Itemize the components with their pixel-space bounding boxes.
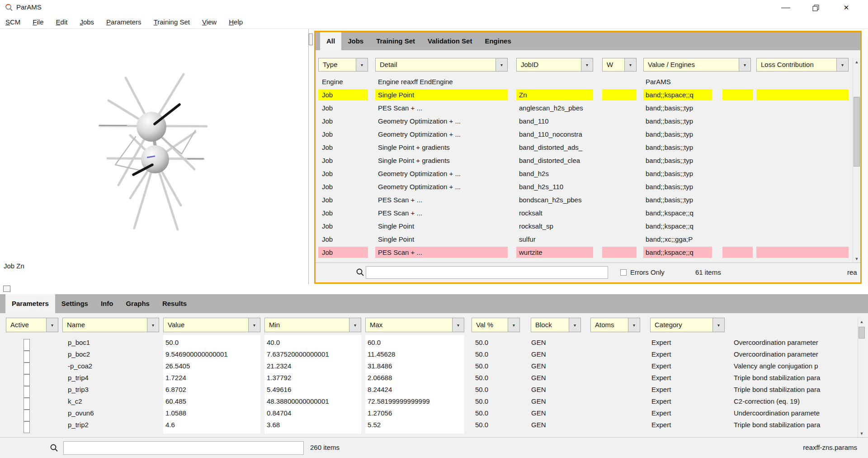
chevron-down-icon[interactable] — [713, 318, 725, 332]
chevron-down-icon[interactable] — [625, 58, 637, 72]
param-value-cell[interactable]: 60.485 — [165, 396, 256, 407]
param-min-cell[interactable]: 48.38800000000001 — [267, 396, 357, 407]
column-header-category-label[interactable]: Category — [650, 318, 713, 332]
params-table-row[interactable]: k_c2 60.485 48.38800000000001 72.5819999… — [0, 396, 868, 407]
active-checkbox[interactable] — [24, 421, 30, 433]
chevron-down-icon[interactable] — [47, 318, 58, 332]
scroll-down-icon[interactable] — [858, 429, 865, 437]
jobs-table-row[interactable]: Job Geometry Optimization + ... band_h2s… — [316, 167, 860, 180]
column-header-atoms-label[interactable]: Atoms — [590, 318, 628, 332]
tab-parameters[interactable]: Parameters — [5, 294, 55, 313]
params-table-row[interactable]: p_boc1 50.0 40.0 60.0 50.0 GEN Expert Ov… — [0, 337, 868, 348]
jobs-table-row[interactable]: Job PES Scan + ... bondscan_h2s_pbes ban… — [316, 193, 860, 206]
jobs-table-row[interactable]: Engine Engine reaxff EndEngine ParAMS — [316, 75, 860, 88]
vertical-splitter-handle[interactable] — [309, 33, 313, 45]
horizontal-splitter-handle[interactable] — [3, 286, 10, 292]
column-header-detail-label[interactable]: Detail — [375, 58, 496, 72]
scroll-down-icon[interactable] — [853, 255, 860, 262]
chevron-down-icon[interactable] — [628, 318, 640, 332]
chevron-down-icon[interactable] — [453, 318, 464, 332]
menu-jobs[interactable]: Jobs — [80, 18, 94, 26]
menu-help[interactable]: Help — [229, 18, 243, 26]
column-header-jobid-label[interactable]: JobID — [516, 58, 581, 72]
param-min-cell[interactable]: 21.2324 — [267, 360, 357, 372]
param-max-cell[interactable]: 11.45628 — [368, 348, 460, 360]
chevron-down-icon[interactable] — [569, 318, 581, 332]
chevron-down-icon[interactable] — [508, 318, 520, 332]
jobs-table-row[interactable]: Job PES Scan + ... wurtzite band;;kspace… — [316, 246, 860, 259]
column-header-value-engines-label[interactable]: Value / Engines — [643, 58, 739, 72]
menu-parameters[interactable]: Parameters — [106, 18, 142, 26]
chevron-down-icon[interactable] — [496, 58, 508, 72]
restore-button[interactable] — [801, 0, 830, 15]
scroll-up-icon[interactable] — [853, 58, 860, 66]
column-header-type-label[interactable]: Type — [318, 58, 356, 72]
param-min-cell[interactable]: 0.84704 — [267, 407, 357, 419]
param-min-cell[interactable]: 40.0 — [267, 337, 357, 348]
param-value-cell[interactable]: 1.7224 — [165, 372, 256, 384]
param-min-cell[interactable]: 7.637520000000001 — [267, 348, 357, 360]
params-table-row[interactable]: p_trip4 1.7224 1.37792 2.06688 50.0 GEN … — [0, 372, 868, 384]
column-header-loss-label[interactable]: Loss Contribution — [756, 58, 837, 72]
params-search-input[interactable] — [63, 441, 304, 455]
params-scrollbar[interactable] — [858, 318, 865, 437]
tab-validation-set[interactable]: Validation Set — [421, 32, 478, 50]
params-table-row[interactable]: p_trip2 4.6 3.68 5.52 50.0 GEN Expert Tr… — [0, 419, 868, 431]
jobs-table-row[interactable]: Job Single Point Zn band;;kspace;;q — [316, 88, 860, 101]
column-header-min-label[interactable]: Min — [264, 318, 349, 332]
param-max-cell[interactable]: 1.27056 — [368, 407, 460, 419]
close-button[interactable] — [832, 0, 861, 15]
menu-view[interactable]: View — [202, 18, 217, 26]
jobs-table-row[interactable]: Job PES Scan + ... rocksalt band;;kspace… — [316, 206, 860, 219]
chevron-down-icon[interactable] — [581, 58, 593, 72]
param-value-cell[interactable]: 9.546900000000001 — [165, 348, 256, 360]
params-table-row[interactable]: p_boc2 9.546900000000001 7.6375200000000… — [0, 348, 868, 360]
jobs-table-row[interactable]: Job Single Point + gradients band_distor… — [316, 154, 860, 167]
params-table-row[interactable]: p_trip3 6.8702 5.49616 8.24424 50.0 GEN … — [0, 384, 868, 396]
jobs-table-row[interactable]: Job Geometry Optimization + ... band_110… — [316, 114, 860, 128]
param-value-cell[interactable]: 26.5405 — [165, 360, 256, 372]
param-value-cell[interactable]: 4.6 — [165, 419, 256, 431]
jobs-table-row[interactable]: Job Single Point sulfur band;;xc;;gga;P — [316, 233, 860, 246]
chevron-down-icon[interactable] — [356, 58, 368, 72]
column-header-block-label[interactable]: Block — [531, 318, 569, 332]
horizontal-splitter[interactable] — [0, 284, 868, 294]
chevron-down-icon[interactable] — [739, 58, 751, 72]
param-value-cell[interactable]: 50.0 — [165, 337, 256, 348]
scrollbar-thumb[interactable] — [859, 327, 865, 339]
param-max-cell[interactable]: 72.58199999999999 — [368, 396, 460, 407]
tab-results[interactable]: Results — [156, 294, 193, 313]
jobs-table-row[interactable]: Job Geometry Optimization + ... band_110… — [316, 128, 860, 141]
tab-all[interactable]: All — [320, 32, 341, 50]
jobs-table-row[interactable]: Job Single Point rocksalt_sp band;;kspac… — [316, 219, 860, 233]
molecule-viewer-panel[interactable]: Job Zn — [0, 29, 309, 284]
param-max-cell[interactable]: 2.06688 — [368, 372, 460, 384]
tab-settings[interactable]: Settings — [55, 294, 94, 313]
jobs-table-row[interactable]: Job Single Point + gradients band_distor… — [316, 141, 860, 154]
chevron-down-icon[interactable] — [349, 318, 361, 332]
jobs-table-row[interactable]: Job PES Scan + ... anglescan_h2s_pbes ba… — [316, 101, 860, 114]
column-header-valpct-label[interactable]: Val % — [472, 318, 508, 332]
chevron-down-icon[interactable] — [147, 318, 159, 332]
column-header-w-label[interactable]: W — [602, 58, 625, 72]
tab-info[interactable]: Info — [94, 294, 120, 313]
param-value-cell[interactable]: 6.8702 — [165, 384, 256, 396]
column-header-value-label[interactable]: Value — [163, 318, 249, 332]
minimize-button[interactable] — [771, 0, 800, 15]
param-max-cell[interactable]: 5.52 — [368, 419, 460, 431]
errors-only-checkbox[interactable] — [620, 269, 627, 276]
menu-scm[interactable]: SCM — [5, 18, 20, 26]
tab-jobs[interactable]: Jobs — [341, 32, 370, 50]
column-header-name-label[interactable]: Name — [62, 318, 147, 332]
jobs-search-input[interactable] — [366, 266, 608, 279]
param-max-cell[interactable]: 60.0 — [368, 337, 460, 348]
tab-engines[interactable]: Engines — [478, 32, 517, 50]
param-max-cell[interactable]: 31.8486 — [368, 360, 460, 372]
scroll-up-icon[interactable] — [858, 318, 865, 325]
menu-file[interactable]: File — [33, 18, 43, 26]
chevron-down-icon[interactable] — [249, 318, 260, 332]
params-table-row[interactable]: -p_coa2 26.5405 21.2324 31.8486 50.0 GEN… — [0, 360, 868, 372]
menu-training-set[interactable]: Training Set — [154, 18, 190, 26]
param-min-cell[interactable]: 5.49616 — [267, 384, 357, 396]
jobs-scrollbar[interactable] — [853, 58, 860, 262]
